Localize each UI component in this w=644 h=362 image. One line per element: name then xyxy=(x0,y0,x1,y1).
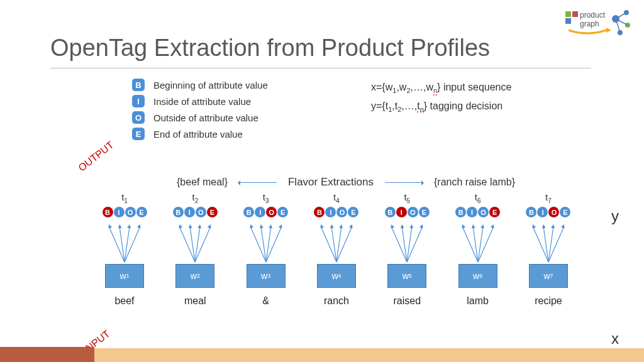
bottom-bar xyxy=(0,348,644,362)
tag-b-circle: B xyxy=(526,207,536,217)
flavor-title: Flavor Extractions xyxy=(288,176,374,189)
svg-marker-46 xyxy=(391,224,394,229)
tag-b-circle: B xyxy=(385,207,396,217)
tag-e-circle: E xyxy=(560,207,570,217)
tag-badge-o: O xyxy=(132,111,145,124)
tag-b-circle: B xyxy=(103,207,113,217)
svg-marker-22 xyxy=(179,224,182,229)
svg-marker-14 xyxy=(109,224,112,229)
tag-legend: B Beginning of attribute value I Inside … xyxy=(132,79,268,144)
svg-marker-62 xyxy=(533,224,536,229)
input-word: & xyxy=(262,295,269,307)
fan-arrows-icon xyxy=(173,221,217,265)
t-label: t5 xyxy=(404,192,410,204)
input-word: recipe xyxy=(535,295,562,307)
input-word: beef xyxy=(114,295,134,307)
svg-marker-56 xyxy=(472,224,475,228)
tag-o-circle: O xyxy=(336,207,347,217)
bioe-tags: BIOE xyxy=(455,207,500,217)
word-box: w7 xyxy=(529,264,568,288)
tag-o-circle: O xyxy=(408,207,418,217)
tag-e-circle: E xyxy=(348,207,358,217)
t-label: t1 xyxy=(121,192,128,204)
svg-marker-44 xyxy=(349,224,352,229)
tag-i-circle: I xyxy=(114,207,125,217)
word-box: w5 xyxy=(387,264,426,288)
tag-b-circle: B xyxy=(455,207,466,217)
tag-b-circle: B xyxy=(173,207,184,217)
svg-marker-52 xyxy=(419,224,423,229)
tag-e-circle: E xyxy=(136,207,147,217)
svg-marker-16 xyxy=(118,224,122,228)
svg-marker-30 xyxy=(250,224,253,229)
svg-rect-0 xyxy=(565,11,571,17)
word-box: w1 xyxy=(105,264,144,288)
input-word: ranch xyxy=(324,295,349,307)
svg-marker-54 xyxy=(462,224,465,229)
bioe-tags: BIOE xyxy=(173,207,218,217)
axis-y-label: y xyxy=(611,207,619,225)
svg-marker-60 xyxy=(490,224,493,229)
fan-arrows-icon xyxy=(103,221,147,265)
svg-marker-50 xyxy=(410,224,414,228)
notation-y: y={t1,t2,…,tn} tagging decision xyxy=(371,101,511,113)
svg-marker-36 xyxy=(278,224,281,229)
legend-text-i: Inside of attribute value xyxy=(153,96,251,107)
tag-i-circle: I xyxy=(537,207,548,217)
svg-marker-34 xyxy=(269,224,272,228)
bottom-bar-accent xyxy=(0,347,94,362)
svg-marker-58 xyxy=(480,224,484,228)
tag-o-circle: O xyxy=(548,207,559,217)
svg-marker-32 xyxy=(260,224,264,228)
tag-i-circle: I xyxy=(255,207,265,217)
input-word: lamb xyxy=(467,295,489,307)
fan-arrows-icon xyxy=(456,221,500,265)
svg-marker-38 xyxy=(321,224,324,229)
tag-e-circle: E xyxy=(207,207,218,217)
product-graph-logo: product graph xyxy=(562,6,631,41)
tag-i-circle: I xyxy=(467,207,477,217)
legend-text-o: Outside of attribute value xyxy=(153,112,258,123)
svg-text:product: product xyxy=(580,11,606,19)
slide-title: OpenTag Extraction from Product Profiles xyxy=(50,35,490,62)
tag-b-circle: B xyxy=(243,207,254,217)
svg-marker-66 xyxy=(551,224,555,228)
svg-marker-48 xyxy=(401,224,404,228)
tag-badge-i: I xyxy=(132,95,145,107)
t-label: t3 xyxy=(263,192,269,204)
tag-b-circle: B xyxy=(314,207,325,217)
svg-text:graph: graph xyxy=(580,19,599,28)
tag-e-circle: E xyxy=(419,207,430,217)
legend-row-o: O Outside of attribute value xyxy=(132,111,268,124)
arrow-right-icon xyxy=(385,182,423,183)
t-label: t2 xyxy=(192,192,198,204)
svg-marker-64 xyxy=(542,224,546,228)
svg-marker-40 xyxy=(330,224,334,228)
flavor-extractions-row: {beef meal} Flavor Extractions {ranch ra… xyxy=(126,176,566,189)
token-column-6: t6BIOEw6lamb xyxy=(448,192,508,307)
legend-row-b: B Beginning of attribute value xyxy=(132,79,268,91)
word-box: w4 xyxy=(317,264,356,288)
t-label: t7 xyxy=(545,192,552,204)
word-box: w3 xyxy=(247,264,286,288)
fan-arrows-icon xyxy=(526,221,570,265)
bioe-tags: BIOE xyxy=(243,207,288,217)
legend-text-e: End of attribute value xyxy=(153,129,243,140)
tag-o-circle: O xyxy=(196,207,206,217)
svg-marker-5 xyxy=(606,28,611,33)
t-label: t6 xyxy=(475,192,481,204)
tag-o-circle: O xyxy=(478,207,489,217)
input-word: raised xyxy=(394,295,421,307)
svg-marker-18 xyxy=(127,224,131,228)
tag-badge-b: B xyxy=(132,79,145,91)
svg-rect-2 xyxy=(565,18,571,24)
notation-block: x={w1,w2,…,wn} input sequence y={t1,t2,…… xyxy=(371,82,511,113)
fan-arrows-icon xyxy=(385,221,429,265)
legend-row-i: I Inside of attribute value xyxy=(132,95,268,107)
svg-marker-28 xyxy=(208,224,211,229)
tag-i-circle: I xyxy=(325,207,336,217)
bioe-tags: BIOE xyxy=(526,207,570,217)
output-label: OUTPUT xyxy=(76,140,116,174)
tag-i-circle: I xyxy=(184,207,195,217)
token-column-3: t3BIOEw3& xyxy=(236,192,296,307)
